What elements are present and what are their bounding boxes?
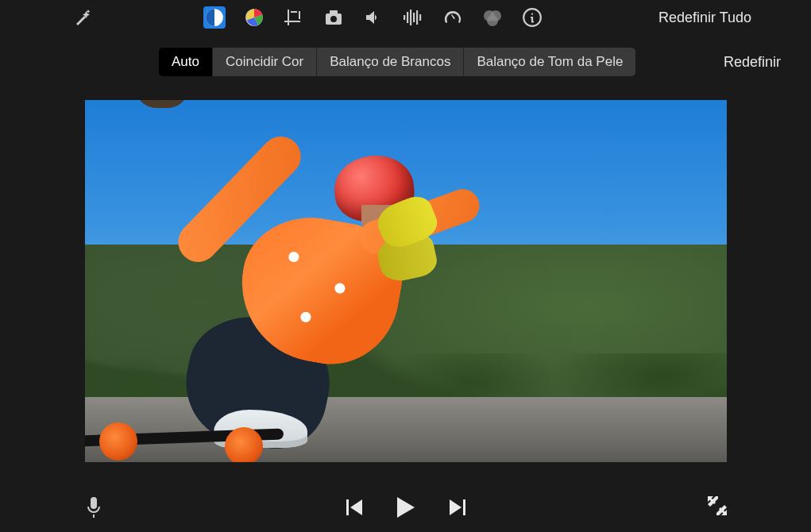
playback-toolbar: [0, 483, 811, 532]
info-icon[interactable]: [521, 6, 543, 29]
color-balance-icon[interactable]: [203, 6, 226, 29]
scene-ground: [85, 397, 727, 462]
svg-rect-5: [404, 15, 405, 20]
tab-match-color[interactable]: Coincidir Cor: [213, 48, 317, 76]
noise-reduction-icon[interactable]: [402, 6, 424, 29]
microphone-icon[interactable]: [83, 496, 105, 519]
tool-icons-group: [203, 6, 543, 29]
reset-all-button[interactable]: Redefinir Tudo: [658, 10, 795, 26]
play-button[interactable]: [396, 495, 416, 519]
stabilize-icon[interactable]: [322, 6, 345, 29]
svg-rect-6: [407, 12, 408, 23]
tab-skin-tone-balance[interactable]: Balanço de Tom da Pele: [464, 48, 635, 76]
svg-point-13: [487, 15, 498, 26]
fullscreen-icon[interactable]: [706, 495, 728, 520]
svg-rect-7: [410, 10, 411, 25]
tab-white-balance[interactable]: Balanço de Brancos: [317, 48, 464, 76]
tab-auto[interactable]: Auto: [159, 48, 213, 76]
crop-icon[interactable]: [283, 6, 305, 29]
next-edit-button[interactable]: [448, 498, 465, 517]
svg-point-4: [330, 16, 337, 22]
scene-wheel-back: [225, 427, 263, 462]
speed-icon[interactable]: [442, 6, 464, 29]
filters-icon[interactable]: [481, 6, 504, 29]
volume-icon[interactable]: [362, 6, 384, 29]
svg-rect-15: [91, 497, 97, 509]
svg-rect-8: [413, 13, 415, 22]
magic-wand-icon[interactable]: [71, 6, 94, 29]
color-mode-toolbar: Auto Coincidir Cor Balanço de Brancos Ba…: [0, 35, 811, 79]
transport-controls: [346, 495, 465, 519]
adjustments-toolbar: Redefinir Tudo: [0, 0, 811, 35]
svg-rect-16: [346, 499, 349, 515]
color-mode-segmented: Auto Coincidir Cor Balanço de Brancos Ba…: [159, 48, 635, 76]
preview-container: [0, 100, 811, 462]
color-correction-icon[interactable]: [243, 6, 265, 29]
reset-button[interactable]: Redefinir: [724, 54, 811, 71]
previous-edit-button[interactable]: [346, 498, 364, 517]
svg-rect-10: [419, 14, 421, 21]
svg-rect-3: [330, 10, 338, 14]
svg-rect-9: [416, 10, 418, 25]
video-preview[interactable]: [85, 100, 727, 462]
svg-rect-17: [463, 499, 465, 515]
scene-wheel-front: [99, 422, 137, 461]
